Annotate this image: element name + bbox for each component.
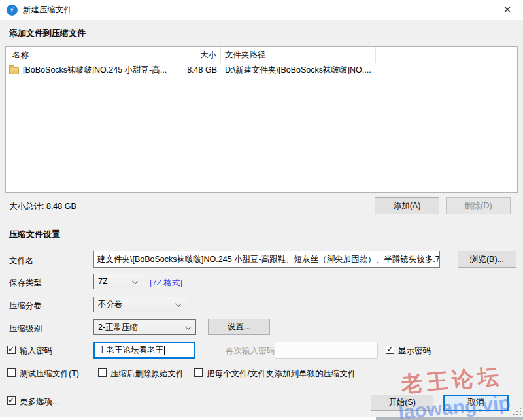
delete-after-checkbox[interactable] xyxy=(98,368,107,377)
close-icon[interactable]: ✕ xyxy=(499,3,515,17)
more-options-label[interactable]: 更多选项... xyxy=(20,396,59,408)
filename-value: 建文件夹\[BoBoSocks袜啵啵]NO.245 小甜豆-高跟鞋、短灰丝（脚尖… xyxy=(97,254,440,265)
level-settings-button[interactable]: 设置... xyxy=(208,319,270,335)
show-password-label[interactable]: 显示密码 xyxy=(398,346,431,357)
chevron-down-icon xyxy=(132,278,138,284)
row-name: [BoBoSocks袜啵啵]NO.245 小甜豆-高... xyxy=(23,65,167,76)
confirm-password-input xyxy=(275,342,378,359)
window-title: 新建压缩文件 xyxy=(23,5,72,16)
row-path: D:\新建文件夹\[BoBoSocks袜啵啵]NO.... xyxy=(221,65,417,76)
test-archive-label[interactable]: 测试压缩文件(T) xyxy=(20,368,79,380)
level-select[interactable]: 2-正常压缩 xyxy=(93,319,196,335)
browse-button[interactable]: 浏览(B)... xyxy=(458,251,516,268)
split-label: 压缩分卷 xyxy=(9,300,42,312)
column-header-path[interactable]: 文件夹路径 xyxy=(221,47,376,63)
save-type-value: 7Z xyxy=(98,277,108,286)
titlebar: ⚡ 新建压缩文件 ✕ xyxy=(0,0,523,20)
cancel-button[interactable]: 取消 xyxy=(443,395,509,411)
level-label: 压缩级别 xyxy=(9,323,42,334)
password-value: 上老王论坛看老王 xyxy=(98,345,163,356)
separate-archives-checkbox[interactable] xyxy=(194,368,203,377)
separate-archives-label[interactable]: 把每个文件/文件夹添加到单独的压缩文件 xyxy=(207,368,356,380)
filename-label: 文件名 xyxy=(9,255,34,267)
file-list[interactable]: 名称 大小 文件夹路径 [BoBoSocks袜啵啵]NO.245 小甜豆-高..… xyxy=(5,46,518,193)
new-archive-dialog: ⚡ 新建压缩文件 ✕ 添加文件到压缩文件 名称 大小 文件夹路径 [BoBoSo… xyxy=(0,0,523,420)
column-header-name[interactable]: 名称 xyxy=(6,47,169,63)
total-size-text: 大小总计: 8.48 GB xyxy=(9,201,76,212)
text-caret xyxy=(164,346,165,355)
chevron-down-icon xyxy=(185,324,191,330)
footer-divider xyxy=(0,387,523,387)
file-list-header: 名称 大小 文件夹路径 xyxy=(6,47,517,63)
column-header-size[interactable]: 大小 xyxy=(169,47,221,63)
delete-button: 删除(D) xyxy=(446,197,511,214)
window-bottom-right xyxy=(376,417,523,420)
filename-input[interactable]: 建文件夹\[BoBoSocks袜啵啵]NO.245 小甜豆-高跟鞋、短灰丝（脚尖… xyxy=(93,251,440,268)
confirm-password-label: 再次输入密码 xyxy=(226,346,275,357)
archive-settings-heading: 压缩文件设置 xyxy=(9,229,60,240)
row-size: 8.48 GB xyxy=(169,65,221,74)
chevron-down-icon xyxy=(175,301,181,307)
delete-after-label[interactable]: 压缩后删除原始文件 xyxy=(110,368,184,380)
folder-icon xyxy=(9,67,19,74)
test-archive-checkbox[interactable] xyxy=(7,368,16,377)
column-header-filler xyxy=(376,47,517,63)
level-value: 2-正常压缩 xyxy=(98,322,138,333)
save-type-label: 保存类型 xyxy=(9,278,42,289)
watermark: 老王论坛 laowang.vip xyxy=(376,359,523,420)
resize-grip[interactable] xyxy=(513,408,521,415)
start-button[interactable]: 开始(S) xyxy=(371,395,433,411)
table-row[interactable]: [BoBoSocks袜啵啵]NO.245 小甜豆-高... 8.48 GB D:… xyxy=(6,63,517,77)
add-button[interactable]: 添加(A) xyxy=(375,197,439,214)
enter-password-label[interactable]: 输入密码 xyxy=(20,346,52,357)
enter-password-checkbox[interactable] xyxy=(7,346,16,354)
show-password-checkbox[interactable] xyxy=(386,346,394,354)
split-value: 不分卷 xyxy=(98,299,123,310)
window-bottom-left xyxy=(0,417,376,420)
split-select[interactable]: 不分卷 xyxy=(93,297,186,312)
save-type-select[interactable]: 7Z xyxy=(93,274,143,289)
password-input[interactable]: 上老王论坛看老王 xyxy=(93,342,195,359)
add-files-heading: 添加文件到压缩文件 xyxy=(9,27,86,39)
app-logo-icon: ⚡ xyxy=(7,5,18,16)
more-options-checkbox[interactable] xyxy=(7,396,16,405)
format-link[interactable]: [7Z 格式] xyxy=(150,278,182,289)
